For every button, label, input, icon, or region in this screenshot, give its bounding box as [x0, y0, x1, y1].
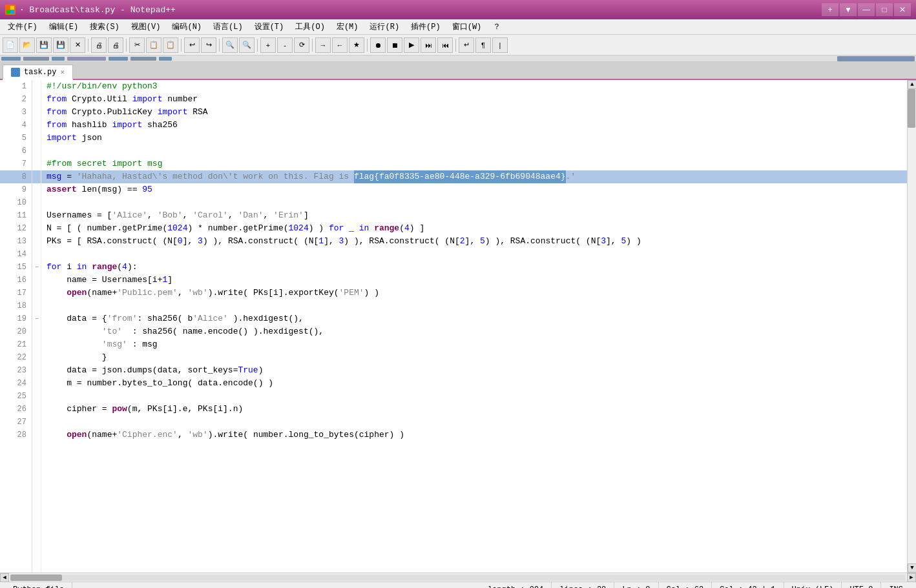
open-button[interactable]: 📂	[19, 37, 35, 53]
paste-button[interactable]: 📋	[163, 37, 178, 53]
scroll-down-button[interactable]: ▼	[908, 563, 916, 573]
print-preview-button[interactable]: 🖨	[108, 37, 123, 53]
fold-empty-14	[32, 248, 41, 261]
zoom-out-button[interactable]: -	[277, 37, 293, 53]
scroll-up-button[interactable]: ▲	[908, 80, 916, 89]
fold-19[interactable]: −	[32, 312, 41, 325]
code-line-15: for i in range(4):	[41, 261, 907, 274]
menu-help[interactable]: ？	[488, 20, 506, 34]
menu-file[interactable]: 文件(F)	[3, 20, 43, 34]
menu-window[interactable]: 窗口(W)	[447, 20, 487, 34]
print-button[interactable]: 🖨	[91, 37, 107, 53]
menu-run[interactable]: 运行(R)	[364, 20, 404, 34]
str-8-begin: 'Hahaha, Hastad\'s method don\'t work on…	[77, 170, 354, 183]
h-scrollbar[interactable]: ◀ ▶	[0, 573, 916, 582]
maximize-button[interactable]: □	[876, 3, 893, 16]
menu-plugins[interactable]: 插件(P)	[406, 20, 446, 34]
shebang: #!/usr/bin/env python3	[47, 80, 158, 93]
fold-empty-24	[32, 377, 41, 390]
redo-button[interactable]: ↪	[201, 37, 216, 53]
new-button[interactable]: 📄	[3, 37, 18, 53]
v-scrollbar[interactable]: ▲ ▼	[907, 80, 916, 573]
idx-2-a: 2	[460, 235, 465, 248]
scroll-right-button[interactable]: ▶	[907, 573, 916, 582]
dropdown-button[interactable]: ▼	[840, 3, 857, 16]
outdent-button[interactable]: ←	[332, 37, 348, 53]
all-chars-button[interactable]: ¶	[475, 37, 491, 53]
find-replace-button[interactable]: 🔍	[239, 37, 255, 53]
menu-tools[interactable]: 工具(O)	[290, 20, 330, 34]
line-num-16: 16	[0, 274, 32, 287]
line-num-23: 23	[0, 364, 32, 377]
str-to: 'to'	[102, 325, 122, 338]
kw-msg: msg	[47, 170, 61, 183]
fold-empty-20	[32, 325, 41, 338]
fold-empty-6	[32, 145, 41, 157]
menu-settings[interactable]: 设置(T)	[249, 20, 289, 34]
line-num-20: 20	[0, 325, 32, 338]
macro-play-button[interactable]: ▶	[404, 37, 419, 53]
editor-area: 1 2 3 4 5 6 7 8 9 10 11 12 13 14 15 16 1…	[0, 80, 916, 573]
fold-empty-8	[32, 170, 41, 183]
menu-search[interactable]: 搜索(S)	[85, 20, 125, 34]
menu-encoding[interactable]: 编码(N)	[167, 20, 207, 34]
code-line-19: data = {'from': sha256( b'Alice' ).hexdi…	[41, 312, 907, 325]
macro-rec-button[interactable]: ⏺	[370, 37, 386, 53]
code-editor[interactable]: #!/usr/bin/env python3 from Crypto.Util …	[41, 80, 907, 573]
kw-open-28: open	[67, 429, 87, 441]
toolbar-sep-4	[219, 39, 220, 52]
macro-run-button[interactable]: ⏮	[437, 37, 453, 53]
line-num-2: 2	[0, 93, 32, 106]
zoom-in-button[interactable]: +	[260, 37, 276, 53]
code-line-13: PKs = [ RSA.construct( (N[0], 3) ), RSA.…	[41, 235, 907, 248]
tab-close-button[interactable]: ✕	[60, 68, 65, 76]
undo-button[interactable]: ↩	[184, 37, 200, 53]
bookmark-button[interactable]: ★	[349, 37, 364, 53]
close-button2[interactable]: ✕	[70, 37, 85, 53]
str-wb-28: 'wb'	[187, 429, 207, 441]
window-controls: + ▼ — □ ✕	[822, 3, 911, 16]
line-num-26: 26	[0, 403, 32, 416]
copy-button[interactable]: 📋	[146, 37, 161, 53]
encoding-label: UTF-8	[849, 585, 873, 589]
cut-button[interactable]: ✂	[129, 37, 145, 53]
h-scroll-thumb[interactable]	[10, 574, 62, 581]
zoom-reset-button[interactable]: ⟳	[294, 37, 309, 53]
close-button[interactable]: ✕	[894, 3, 911, 16]
svg-rect-1	[10, 10, 14, 14]
minimize-window-button[interactable]: —	[858, 3, 875, 16]
v-scroll-track[interactable]	[908, 89, 916, 563]
minimize-button[interactable]: +	[822, 3, 838, 16]
menu-view[interactable]: 视图(V)	[126, 20, 166, 34]
scroll-left-button[interactable]: ◀	[0, 573, 9, 582]
kw-range-12: range	[374, 222, 399, 235]
h-scroll-track[interactable]	[10, 574, 906, 581]
indent-guides-button[interactable]: |	[492, 37, 508, 53]
v-scroll-thumb[interactable]	[908, 89, 915, 128]
status-sel: Sel : 42 | 1	[712, 582, 784, 588]
code-line-14	[41, 248, 907, 261]
code-line-17: open(name+'Public.pem', 'wb').write( PKs…	[41, 287, 907, 299]
word-wrap-button[interactable]: ↵	[459, 37, 474, 53]
num-1024-b: 1024	[288, 222, 308, 235]
menu-language[interactable]: 语言(L)	[208, 20, 248, 34]
macro-save-button[interactable]: ⏭	[421, 37, 436, 53]
indent-button[interactable]: →	[315, 37, 331, 53]
menu-macro[interactable]: 宏(M)	[331, 20, 364, 34]
kw-import-5: import	[47, 132, 77, 145]
find-button[interactable]: 🔍	[222, 37, 238, 53]
save-button[interactable]: 💾	[36, 37, 52, 53]
fold-15[interactable]: −	[32, 261, 41, 274]
toolbar-sep-6	[312, 39, 313, 52]
sel-label: Sel : 42 | 1	[720, 585, 775, 589]
fold-empty-28	[32, 429, 41, 441]
line-num-13: 13	[0, 235, 32, 248]
save-all-button[interactable]: 💾	[53, 37, 68, 53]
macro-stop-button[interactable]: ⏹	[387, 37, 402, 53]
document-map[interactable]	[0, 56, 916, 62]
tab-task-py[interactable]: task.py ✕	[3, 65, 73, 80]
fold-empty-13	[32, 235, 41, 248]
str-dan: 'Dan'	[238, 209, 263, 222]
num-5-b: 5	[621, 235, 626, 248]
menu-edit[interactable]: 编辑(E)	[44, 20, 84, 34]
